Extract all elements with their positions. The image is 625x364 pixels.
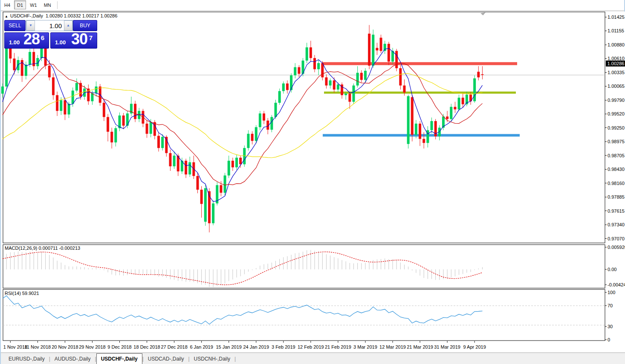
volume-stepper: ▼ ▲ bbox=[26, 20, 73, 31]
price-axis-label: 0.97615 bbox=[608, 208, 625, 214]
timeframe-tab-d1[interactable]: D1 bbox=[14, 0, 26, 9]
macd-label: MACD(12,26,9) 0.000711 -0.000213 bbox=[5, 246, 80, 251]
toolbar-separator bbox=[57, 1, 58, 9]
current-price-tag: 1.00286 bbox=[606, 61, 625, 66]
price-axis-label: 1.01425 bbox=[608, 14, 625, 20]
chart-tab-usdchf[interactable]: USDCHF-,Daily bbox=[96, 353, 142, 364]
sell-button[interactable]: SELL bbox=[4, 20, 26, 31]
price-axis-label: 0.97070 bbox=[608, 236, 625, 241]
moving-average-34 bbox=[3, 73, 483, 158]
buy-price-sup: 7 bbox=[89, 34, 93, 41]
macd-axis-label: -0.004241 bbox=[608, 282, 625, 287]
timeframe-tab-h4[interactable]: H4 bbox=[1, 0, 13, 9]
timeframe-tab-w1[interactable]: W1 bbox=[27, 0, 40, 9]
rsi-axis-label: 30 bbox=[608, 324, 613, 329]
date-axis-label: 18 Dec 2018 bbox=[133, 344, 160, 350]
terminal-window: H4D1W1MN 1.014251.011551.008801.006101.0… bbox=[0, 0, 625, 364]
tab-separator: | bbox=[234, 356, 236, 362]
date-axis-label: 3 Mar 2019 bbox=[353, 344, 377, 350]
date-axis-label: 3 Feb 2019 bbox=[272, 344, 295, 350]
date-axis-label: 24 Jan 2019 bbox=[243, 344, 269, 350]
volume-input[interactable] bbox=[35, 20, 64, 31]
rsi-label: RSI(14) 59.9021 bbox=[5, 291, 39, 296]
one-click-trade-panel: SELL ▼ ▲ BUY 1.00 28 6 1.00 30 7 bbox=[4, 20, 97, 49]
timeframe-tab-mn[interactable]: MN bbox=[41, 0, 54, 9]
date-axis-label: 29 Nov 2018 bbox=[79, 344, 105, 350]
rsi-line bbox=[3, 296, 483, 324]
chart-canvas[interactable]: 1.014251.011551.008801.006101.003351.000… bbox=[1, 12, 625, 352]
candles bbox=[1, 25, 483, 233]
date-axis-label: 27 Dec 2018 bbox=[161, 344, 187, 350]
chart-tab-audusd[interactable]: AUDUSD-,Daily bbox=[50, 354, 95, 364]
buy-price-prefix: 1.00 bbox=[55, 39, 66, 46]
moving-average-5 bbox=[3, 48, 483, 202]
date-axis-label: 11 Nov 2018 bbox=[25, 344, 51, 350]
price-axis-label: 0.99790 bbox=[608, 98, 625, 103]
date-axis-label: 9 Dec 2018 bbox=[107, 344, 131, 350]
rsi-axis-label: 0 bbox=[608, 337, 610, 342]
date-axis-label: 12 Mar 2019 bbox=[379, 344, 406, 350]
price-axis-label: 0.99520 bbox=[608, 111, 625, 116]
rsi-axis-label: 100 bbox=[608, 290, 615, 295]
symbol-label: USDCHF-,Daily bbox=[10, 13, 43, 18]
price-axis-label: 0.97340 bbox=[608, 222, 625, 227]
price-axis-label: 1.00335 bbox=[608, 70, 625, 75]
timeframe-toolbar: H4D1W1MN bbox=[1, 0, 624, 11]
date-axis-label: 21 Mar 2019 bbox=[407, 344, 433, 350]
macd-axis-label: 0.00 bbox=[608, 267, 616, 272]
volume-increase-button[interactable]: ▲ bbox=[64, 20, 72, 31]
chart-tab-usdcad[interactable]: USDCAD-,Daily bbox=[144, 354, 188, 364]
date-axis-label: 31 Mar 2019 bbox=[434, 344, 460, 350]
price-axis-label: 0.98430 bbox=[608, 167, 625, 172]
chart-tab-bar: EURUSD-,Daily|AUDUSD-,Daily|USDCHF-,Dail… bbox=[1, 352, 625, 364]
price-axis-label: 0.97885 bbox=[608, 194, 625, 199]
collapse-panel-icon[interactable]: ▲ bbox=[5, 14, 8, 18]
price-axis-label: 1.00880 bbox=[608, 42, 625, 47]
date-axis-label: 21 Feb 2019 bbox=[325, 344, 351, 350]
buy-price-big: 30 bbox=[71, 30, 87, 48]
resistance-zone-red[interactable] bbox=[322, 62, 517, 65]
sell-price-prefix: 1.00 bbox=[9, 39, 20, 46]
price-axis-label: 0.98705 bbox=[608, 153, 625, 158]
price-axis-label: 0.98975 bbox=[608, 139, 625, 144]
moving-average-13 bbox=[3, 63, 483, 185]
rsi-axis-label: 70 bbox=[608, 303, 613, 308]
buy-price-panel[interactable]: 1.00 30 7 bbox=[50, 32, 97, 49]
chart-tab-usdcnh[interactable]: USDCNH-,Daily bbox=[190, 354, 234, 364]
chart-window[interactable]: 1.014251.011551.008801.006101.003351.000… bbox=[1, 12, 625, 352]
sell-price-big: 28 bbox=[23, 30, 40, 48]
date-axis-label: 1 Nov 2018 bbox=[3, 344, 27, 350]
date-axis-label: 15 Jan 2019 bbox=[216, 344, 242, 350]
chart-shift-marker bbox=[480, 12, 486, 15]
price-axis-label: 1.00065 bbox=[608, 84, 625, 89]
price-axis-label: 0.99250 bbox=[608, 125, 625, 130]
date-axis-label: 9 Apr 2019 bbox=[463, 344, 486, 350]
macd-signal-line bbox=[3, 252, 483, 285]
price-axis-label: 0.98160 bbox=[608, 181, 625, 186]
chart-symbol-header: ▲USDCHF-,Daily 1.00280 1.00332 1.00217 1… bbox=[5, 13, 117, 18]
macd-histogram bbox=[3, 250, 482, 287]
chart-tab-eurusd[interactable]: EURUSD-,Daily bbox=[4, 354, 49, 364]
buy-button[interactable]: BUY bbox=[73, 20, 97, 31]
sell-price-sup: 6 bbox=[41, 34, 44, 41]
sell-price-panel[interactable]: 1.00 28 6 bbox=[4, 32, 49, 49]
ohlc-values: 1.00280 1.00332 1.00217 1.00286 bbox=[46, 13, 117, 18]
price-axis-label: 1.01155 bbox=[608, 28, 624, 33]
date-axis-label: 12 Feb 2019 bbox=[298, 344, 324, 350]
date-axis-label: 20 Nov 2018 bbox=[52, 344, 78, 350]
date-axis-label: 6 Jan 2019 bbox=[190, 344, 213, 350]
volume-decrease-button[interactable]: ▼ bbox=[26, 20, 35, 31]
macd-axis-label: 0.005926 bbox=[608, 245, 625, 250]
pane-border-1 bbox=[3, 245, 605, 288]
